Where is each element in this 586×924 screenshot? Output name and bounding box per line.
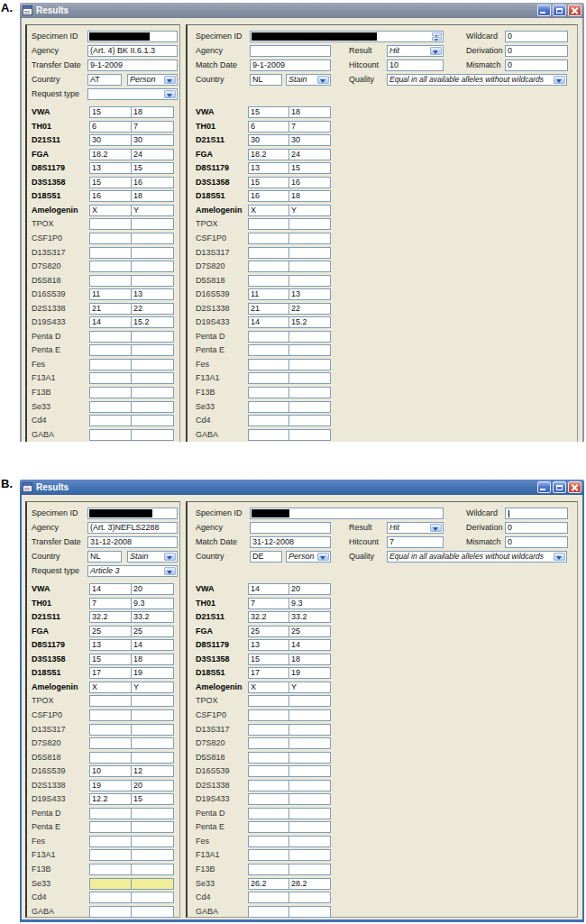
agency-field[interactable]: (Art. 4) BK II.6.1.3 <box>87 45 178 57</box>
dropdown-button[interactable] <box>164 553 176 561</box>
allele-cell[interactable]: 30 <box>288 134 331 146</box>
allele-cell[interactable] <box>248 359 289 371</box>
allele-cell[interactable]: 30 <box>248 134 289 146</box>
allele-cell[interactable] <box>288 906 331 918</box>
allele-cell[interactable] <box>131 344 174 356</box>
allele-cell[interactable] <box>248 724 289 736</box>
allele-cell[interactable] <box>288 724 331 736</box>
allele-cell[interactable]: 15 <box>288 162 331 174</box>
allele-cell[interactable]: 22 <box>131 303 174 315</box>
allele-cell[interactable]: 28.2 <box>288 878 331 890</box>
allele-cell[interactable] <box>131 695 174 707</box>
allele-cell[interactable]: 14 <box>248 316 289 328</box>
allele-cell[interactable] <box>248 233 289 244</box>
dropdown-button[interactable] <box>164 76 176 84</box>
sample-type-dropdown[interactable]: Person <box>127 74 178 86</box>
allele-cell[interactable] <box>248 709 289 721</box>
allele-cell[interactable]: Y <box>131 205 174 216</box>
allele-cell[interactable]: 12.2 <box>89 793 132 805</box>
allele-cell[interactable] <box>131 892 174 903</box>
allele-cell[interactable]: Y <box>288 205 331 216</box>
allele-cell[interactable] <box>288 218 331 230</box>
sample-type-dropdown[interactable]: Stain <box>286 74 331 86</box>
allele-cell[interactable]: 30 <box>131 134 174 146</box>
allele-cell[interactable] <box>89 401 132 413</box>
allele-cell[interactable]: 18.2 <box>248 149 289 160</box>
allele-cell[interactable] <box>288 275 331 287</box>
allele-cell[interactable] <box>89 849 132 861</box>
allele-cell[interactable] <box>288 331 331 343</box>
allele-cell[interactable] <box>131 808 174 819</box>
allele-cell[interactable] <box>89 233 132 244</box>
allele-cell[interactable]: 16 <box>248 190 289 202</box>
allele-cell[interactable] <box>131 415 174 426</box>
allele-cell[interactable] <box>288 401 331 413</box>
allele-cell[interactable] <box>288 387 331 398</box>
allele-cell[interactable]: 18.2 <box>89 149 132 160</box>
allele-cell[interactable] <box>288 808 331 819</box>
allele-cell[interactable]: 18 <box>288 106 331 118</box>
dropdown-button[interactable] <box>317 76 329 84</box>
allele-cell[interactable]: 14 <box>89 583 132 595</box>
dropdown-button[interactable] <box>554 553 565 561</box>
allele-cell[interactable] <box>288 836 331 847</box>
allele-cell[interactable] <box>248 261 289 272</box>
allele-cell[interactable] <box>248 372 289 384</box>
allele-cell[interactable]: 15.2 <box>288 316 331 328</box>
allele-cell[interactable] <box>89 695 132 707</box>
match-date-field[interactable]: 9-1-2009 <box>250 59 331 71</box>
allele-cell[interactable] <box>288 247 331 259</box>
allele-cell[interactable]: X <box>89 205 132 216</box>
dropdown-button[interactable] <box>317 553 329 561</box>
allele-cell[interactable] <box>248 387 289 398</box>
allele-cell[interactable] <box>248 752 289 764</box>
country-code-field[interactable]: DE <box>250 551 282 563</box>
allele-cell[interactable] <box>89 415 132 426</box>
allele-cell[interactable] <box>89 275 132 287</box>
allele-cell[interactable]: 13 <box>89 639 132 651</box>
allele-cell[interactable]: 18 <box>131 654 174 665</box>
dropdown-button[interactable] <box>164 567 176 575</box>
wildcard-field[interactable] <box>505 508 568 519</box>
allele-cell[interactable] <box>288 344 331 356</box>
allele-cell[interactable] <box>131 821 174 833</box>
match-date-field[interactable]: 31-12-2008 <box>250 536 331 548</box>
allele-cell[interactable] <box>131 752 174 764</box>
allele-cell[interactable]: 15 <box>248 654 289 665</box>
transfer-date-field[interactable]: 31-12-2008 <box>87 536 178 548</box>
allele-cell[interactable]: 14 <box>131 639 174 651</box>
wildcard-field[interactable]: 0 <box>505 31 568 42</box>
allele-cell[interactable]: 13 <box>89 162 132 174</box>
allele-cell[interactable] <box>89 878 132 890</box>
allele-cell[interactable]: 19 <box>89 780 132 791</box>
allele-cell[interactable]: 24 <box>131 149 174 160</box>
allele-cell[interactable]: 32.2 <box>89 611 132 623</box>
allele-cell[interactable]: 9.3 <box>131 598 174 609</box>
allele-cell[interactable] <box>89 261 132 272</box>
allele-cell[interactable] <box>288 864 331 875</box>
allele-cell[interactable] <box>89 331 132 343</box>
allele-cell[interactable] <box>248 247 289 259</box>
allele-cell[interactable] <box>89 218 132 230</box>
allele-cell[interactable] <box>248 906 289 918</box>
request-type-dropdown[interactable] <box>87 88 178 100</box>
allele-cell[interactable]: Y <box>131 682 174 693</box>
allele-cell[interactable]: 11 <box>248 288 289 300</box>
allele-cell[interactable] <box>89 808 132 819</box>
dropdown-button[interactable] <box>164 90 176 98</box>
allele-cell[interactable]: 17 <box>89 667 132 679</box>
allele-cell[interactable]: 7 <box>288 121 331 133</box>
allele-cell[interactable] <box>248 793 289 805</box>
allele-cell[interactable]: 12 <box>131 765 174 777</box>
allele-cell[interactable]: X <box>248 682 289 693</box>
allele-cell[interactable] <box>288 892 331 903</box>
allele-cell[interactable]: 16 <box>89 190 132 202</box>
allele-cell[interactable] <box>248 331 289 343</box>
allele-cell[interactable] <box>288 415 331 426</box>
allele-cell[interactable]: 9.3 <box>288 598 331 609</box>
allele-cell[interactable] <box>131 878 174 890</box>
minimize-button[interactable] <box>537 481 551 493</box>
allele-cell[interactable]: 15.2 <box>131 316 174 328</box>
allele-cell[interactable] <box>131 359 174 371</box>
minimize-button[interactable] <box>537 5 551 16</box>
